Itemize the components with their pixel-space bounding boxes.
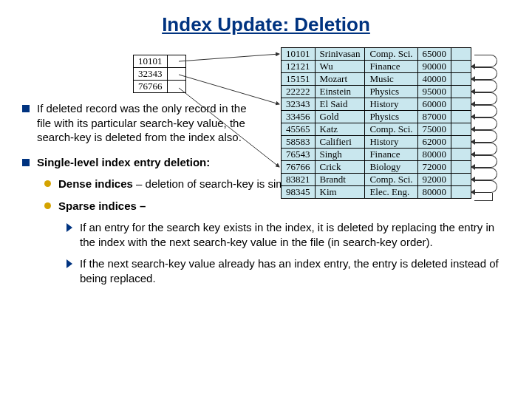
dot-bullet-icon: [44, 202, 51, 209]
square-bullet-icon: [22, 159, 30, 166]
record-cell: History: [365, 136, 417, 149]
record-cell: 12121: [282, 61, 316, 73]
record-cell: Physics: [365, 111, 417, 123]
next-pointer-icon: [474, 155, 497, 168]
record-cell: Crick: [315, 161, 365, 174]
record-pointer-cell: [451, 161, 471, 174]
index-diagram: 10101 32343 76766 10101SrinivasanComp. S…: [133, 47, 502, 210]
record-cell: 15151: [282, 73, 316, 86]
next-pointer-icon: [474, 67, 497, 80]
record-cell: 80000: [417, 149, 451, 161]
record-cell: El Said: [315, 98, 365, 111]
record-cell: 90000: [417, 61, 451, 73]
record-cell: 76766: [282, 161, 316, 174]
record-cell: 98345: [282, 186, 316, 199]
record-cell: Katz: [315, 123, 365, 136]
record-cell: Srinivasan: [315, 48, 365, 61]
svg-line-1: [179, 75, 279, 104]
record-cell: History: [365, 98, 417, 111]
next-pointer-icon: [474, 80, 497, 92]
record-cell: 60000: [417, 98, 451, 111]
record-cell: 75000: [417, 123, 451, 136]
record-pointer-cell: [451, 61, 471, 73]
record-cell: 32343: [282, 98, 316, 111]
record-cell: Kim: [315, 186, 365, 199]
record-pointer-cell: [451, 86, 471, 98]
record-cell: Finance: [365, 149, 417, 161]
record-cell: Elec. Eng.: [365, 186, 417, 199]
next-pointer-icon: [474, 143, 497, 155]
record-cell: 87000: [417, 111, 451, 123]
record-cell: 72000: [417, 161, 451, 174]
arrow-bullet-icon: [66, 223, 72, 232]
next-pointer-icon: [474, 180, 497, 193]
record-cell: Physics: [365, 86, 417, 98]
record-cell: 83821: [282, 174, 316, 186]
record-cell: 92000: [417, 174, 451, 186]
record-cell: 80000: [417, 186, 451, 199]
record-cell: Finance: [365, 61, 417, 73]
next-pointer-icon: [474, 105, 497, 117]
record-pointer-cell: [451, 123, 471, 136]
record-cell: Califieri: [315, 136, 365, 149]
record-pointer-cell: [451, 186, 471, 199]
record-cell: 33456: [282, 111, 316, 123]
next-pointer-icon: [474, 168, 497, 180]
record-cell: Comp. Sci.: [365, 48, 417, 61]
record-cell: 62000: [417, 136, 451, 149]
svg-line-0: [179, 54, 279, 61]
record-cell: 10101: [282, 48, 316, 61]
record-cell: Biology: [365, 161, 417, 174]
record-pointer-cell: [451, 98, 471, 111]
sparse-index-table: 10101 32343 76766: [133, 55, 186, 93]
record-pointer-cell: [451, 48, 471, 61]
records-table: 10101SrinivasanComp. Sci.6500012121WuFin…: [281, 47, 471, 199]
index-key: 32343: [134, 68, 168, 81]
svg-line-2: [179, 88, 279, 167]
record-cell: Music: [365, 73, 417, 86]
record-pointer-cell: [451, 174, 471, 186]
dot-bullet-icon: [44, 180, 51, 187]
record-cell: 22222: [282, 86, 316, 98]
next-pointer-icon: [474, 92, 497, 105]
record-cell: Singh: [315, 149, 365, 161]
record-cell: 65000: [417, 48, 451, 61]
record-cell: Gold: [315, 111, 365, 123]
record-pointer-cell: [451, 136, 471, 149]
record-cell: 95000: [417, 86, 451, 98]
record-cell: Wu: [315, 61, 365, 73]
record-pointer-cell: [451, 149, 471, 161]
next-pointer-icon: [474, 130, 497, 143]
record-pointer-cell: [451, 111, 471, 123]
next-pointer-icon: [474, 117, 497, 130]
arrow-bullet-icon: [66, 259, 72, 268]
record-pointer-cell: [451, 73, 471, 86]
bullet-text: If an entry for the search key exists in…: [80, 220, 510, 249]
record-cell: Comp. Sci.: [365, 174, 417, 186]
bullet-text: If the next search-key value already has…: [80, 256, 510, 285]
next-pointer-icon: [474, 193, 493, 201]
record-cell: 45565: [282, 123, 316, 136]
record-cell: Mozart: [315, 73, 365, 86]
square-bullet-icon: [22, 105, 30, 112]
record-cell: 40000: [417, 73, 451, 86]
record-cell: 58583: [282, 136, 316, 149]
record-cell: Einstein: [315, 86, 365, 98]
page-title: Index Update: Deletion: [0, 13, 532, 36]
index-key: 10101: [134, 55, 168, 68]
record-cell: Brandt: [315, 174, 365, 186]
record-cell: 76543: [282, 149, 316, 161]
index-key: 76766: [134, 81, 168, 93]
next-pointer-icon: [474, 55, 497, 67]
record-cell: Comp. Sci.: [365, 123, 417, 136]
